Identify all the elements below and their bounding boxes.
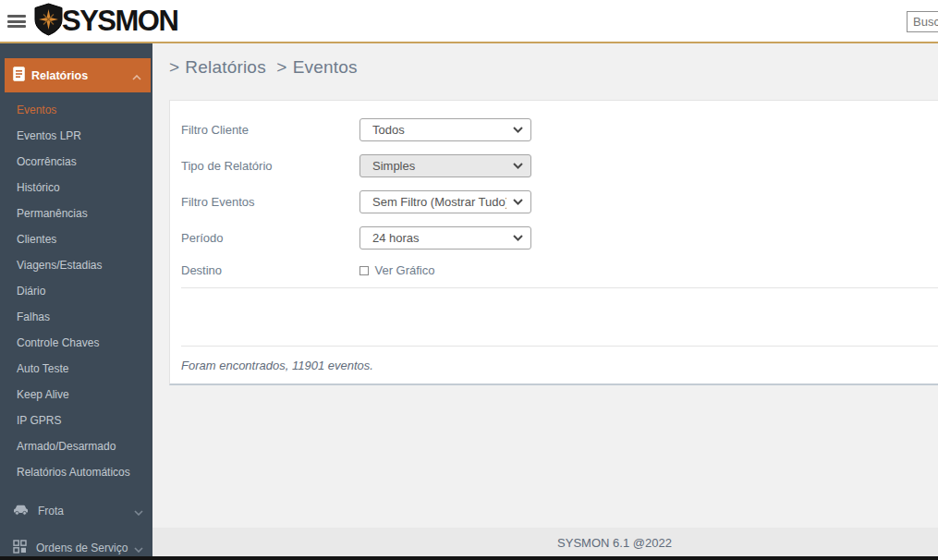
sidebar-item-keep-alive[interactable]: Keep Alive — [0, 382, 152, 408]
filters-form: Filtro Cliente Todos Tipo de Relatório S… — [181, 101, 938, 287]
sidebar-item-auto-teste[interactable]: Auto Teste — [0, 356, 152, 382]
field-label: Período — [181, 231, 359, 245]
breadcrumb-relatorios[interactable]: Relatórios — [185, 57, 266, 77]
sidebar-item-eventos-lpr[interactable]: Eventos LPR — [0, 123, 152, 149]
footer-version-text: SYSMON 6.1 @2022 — [557, 536, 672, 550]
form-row-filtro-cliente: Filtro Cliente Todos — [181, 112, 938, 148]
sidebar-item-clientes[interactable]: Clientes — [0, 226, 152, 252]
sidebar-item-relatorios-automaticos[interactable]: Relatórios Automáticos — [0, 459, 152, 485]
sidebar-item-ocorrencias[interactable]: Ocorrências — [0, 149, 152, 175]
sidebar-item-label: Ordens de Serviço — [36, 542, 134, 554]
car-icon — [13, 503, 29, 519]
ver-grafico-checkbox[interactable] — [359, 266, 369, 275]
results-placeholder-area — [181, 287, 938, 346]
sidebar-item-viagens-estadias[interactable]: Viagens/Estadias — [0, 252, 152, 278]
page-footer: SYSMON 6.1 @2022 — [152, 528, 938, 557]
sidebar-item-label: Relatórios — [31, 69, 132, 82]
chevron-down-icon — [134, 503, 143, 519]
sidebar-navigation: Relatórios Eventos Eventos LPR Ocorrênci… — [0, 43, 152, 560]
field-label: Destino — [181, 263, 359, 277]
ver-grafico-label[interactable]: Ver Gráfico — [374, 263, 434, 277]
filtro-cliente-select[interactable]: Todos — [359, 118, 531, 141]
report-filter-panel: Filtro Cliente Todos Tipo de Relatório S… — [169, 100, 938, 385]
breadcrumb-separator: > — [276, 57, 286, 77]
form-row-tipo-de-relatorio: Tipo de Relatório Simples — [181, 148, 938, 184]
brand-title: SYSMON — [62, 5, 177, 38]
sidebar-item-permanencias[interactable]: Permanências — [0, 201, 152, 226]
grid-icon — [13, 540, 27, 557]
reports-submenu: Eventos Eventos LPR Ocorrências Históric… — [0, 92, 152, 485]
report-document-icon — [13, 67, 25, 85]
results-summary-section: Foram encontrados, 11901 eventos. — [181, 346, 938, 383]
sidebar-item-historico[interactable]: Histórico — [0, 175, 152, 201]
sidebar-item-label: Frota — [38, 505, 134, 517]
periodo-select[interactable]: 24 horas — [359, 226, 531, 250]
filtro-eventos-select[interactable]: Sem Filtro (Mostrar Tudo) — [359, 190, 531, 213]
chevron-down-icon — [134, 540, 143, 556]
sidebar-item-eventos[interactable]: Eventos — [0, 97, 152, 123]
field-label: Filtro Eventos — [181, 195, 359, 209]
results-summary-text: Foram encontrados, 11901 eventos. — [181, 359, 373, 372]
top-header: SYSMON — [0, 0, 938, 43]
breadcrumb-separator: > — [169, 57, 179, 77]
sidebar-item-diario[interactable]: Diário — [0, 278, 152, 304]
breadcrumb-eventos[interactable]: Eventos — [293, 57, 358, 77]
field-label: Tipo de Relatório — [181, 159, 359, 173]
form-row-filtro-eventos: Filtro Eventos Sem Filtro (Mostrar Tudo) — [181, 184, 938, 220]
sidebar-item-ip-gprs[interactable]: IP GPRS — [0, 408, 152, 433]
breadcrumb: >Relatórios >Eventos — [152, 43, 938, 78]
app-logo[interactable]: SYSMON — [33, 5, 177, 38]
sidebar-item-controle-chaves[interactable]: Controle Chaves — [0, 330, 152, 356]
field-label: Filtro Cliente — [181, 123, 359, 137]
tipo-de-relatorio-select[interactable]: Simples — [359, 154, 531, 177]
shield-logo-icon — [33, 3, 64, 40]
chevron-up-icon — [132, 67, 141, 84]
form-row-destino: Destino Ver Gráfico — [181, 256, 938, 284]
sidebar-item-armado-desarmado[interactable]: Armado/Desarmado — [0, 433, 152, 459]
window-bottom-edge — [0, 556, 938, 560]
hamburger-menu-icon[interactable] — [7, 15, 26, 28]
search-input[interactable] — [907, 11, 938, 32]
sidebar-item-falhas[interactable]: Falhas — [0, 304, 152, 330]
main-content: >Relatórios >Eventos Filtro Cliente Todo… — [152, 43, 938, 528]
sidebar-item-frota[interactable]: Frota — [0, 498, 152, 524]
form-row-periodo: Período 24 horas — [181, 220, 938, 256]
sidebar-item-relatorios[interactable]: Relatórios — [5, 58, 151, 92]
